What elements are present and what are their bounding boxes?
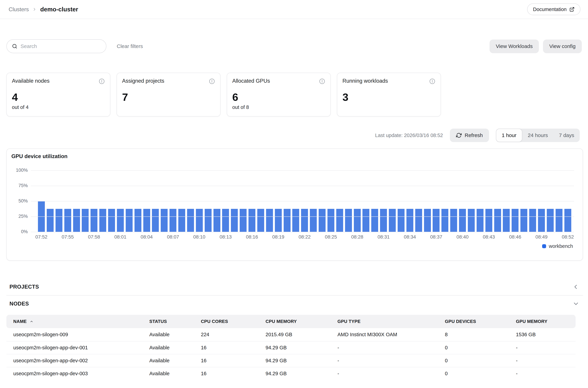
chart-bar — [521, 209, 527, 232]
chart-bar — [406, 209, 413, 232]
y-axis-tick-label: 100% — [7, 168, 28, 173]
table-row[interactable]: useocpm2m-silogen-app-dev-002Available16… — [6, 354, 576, 367]
chart-bar — [73, 209, 80, 232]
view-workloads-button[interactable]: View Workloads — [490, 40, 539, 53]
chart-bar — [547, 209, 554, 232]
card-assigned-projects: Assigned projects 7 — [117, 73, 220, 117]
legend-label: workbench — [549, 243, 573, 249]
chevron-down-icon — [572, 300, 579, 307]
card-allocated-gpus: Allocated GPUs 6 out of 8 — [227, 73, 331, 117]
chart-bar — [143, 209, 150, 232]
documentation-button[interactable]: Documentation — [527, 3, 580, 15]
column-header-gpu-memory[interactable]: GPU MEMORY — [516, 319, 576, 324]
chart-bar — [117, 209, 124, 232]
x-axis-tick-label: 08:16 — [246, 234, 258, 240]
refresh-row: Last update: 2026/03/16 08:52 Refresh 1 … — [6, 129, 580, 142]
chart-bar — [257, 209, 264, 232]
y-axis-tick-label: 50% — [7, 198, 28, 204]
column-header-name[interactable]: NAME — [13, 319, 149, 324]
table-cell: 0 — [445, 358, 516, 364]
chart-bar — [415, 209, 422, 232]
range-tab-24-hours[interactable]: 24 hours — [522, 129, 553, 142]
filters-toolbar: Clear filters View Workloads View config — [6, 39, 582, 53]
nodes-table-header: NAME STATUS CPU CORES CPU MEMORY GPU TYP… — [6, 315, 576, 328]
table-row[interactable]: useocpm2m-silogen-app-dev-003Available16… — [6, 367, 576, 380]
table-cell: 94.29 GB — [265, 371, 337, 376]
breadcrumb-clusters-link[interactable]: Clusters — [9, 6, 29, 13]
nodes-table: NAME STATUS CPU CORES CPU MEMORY GPU TYP… — [6, 315, 576, 380]
section-header-projects[interactable]: PROJECTS — [6, 279, 580, 295]
refresh-button[interactable]: Refresh — [450, 129, 489, 142]
column-header-status[interactable]: STATUS — [149, 319, 201, 324]
card-value: 6 — [232, 91, 238, 103]
table-cell: - — [516, 345, 576, 351]
table-cell: useocpm2m-silogen-app-dev-001 — [13, 345, 149, 351]
view-config-button[interactable]: View config — [543, 40, 582, 53]
table-row[interactable]: useocpm2m-silogen-app-dev-001Available16… — [6, 341, 576, 354]
chart-gridline — [31, 232, 574, 232]
chart-bar — [161, 209, 168, 232]
section-header-nodes[interactable]: NODES — [6, 295, 580, 312]
stat-cards-row: Available nodes 4 out of 4 Assigned proj… — [6, 73, 582, 117]
chart-bar — [380, 209, 387, 232]
info-icon[interactable] — [319, 78, 325, 84]
column-header-gpu-type[interactable]: GPU TYPE — [337, 319, 445, 324]
chart-bar — [477, 209, 483, 232]
refresh-button-label: Refresh — [465, 132, 483, 138]
refresh-icon — [456, 133, 462, 138]
chart-bar — [222, 209, 229, 232]
x-axis-tick-label: 08:34 — [404, 234, 416, 240]
chart-legend[interactable]: workbench — [542, 243, 573, 249]
info-icon[interactable] — [429, 78, 436, 84]
search-icon — [12, 44, 17, 49]
y-axis-tick-label: 25% — [7, 214, 28, 219]
chart-gridline — [31, 217, 574, 217]
chart-bar — [284, 209, 291, 232]
info-icon[interactable] — [209, 78, 215, 84]
card-running-workloads: Running workloads 3 — [337, 73, 441, 117]
gpu-utilization-chart-card: GPU device utilization workbench 100%75%… — [6, 148, 583, 261]
y-axis-tick-label: 75% — [7, 183, 28, 188]
search-input[interactable] — [21, 43, 101, 49]
table-cell: 0 — [445, 371, 516, 376]
card-value: 3 — [343, 91, 348, 103]
column-header-cpu-memory[interactable]: CPU MEMORY — [265, 319, 337, 324]
table-row[interactable]: useocpm2m-silogen-009Available2242015.49… — [6, 328, 576, 341]
search-box[interactable] — [6, 39, 106, 53]
range-tab-7-days[interactable]: 7 days — [553, 129, 580, 142]
chart-bar — [134, 209, 141, 232]
chart-bar — [231, 209, 238, 232]
column-header-gpu-devices[interactable]: GPU DEVICES — [445, 319, 516, 324]
chart-bar — [170, 209, 176, 232]
column-header-cpu-cores[interactable]: CPU CORES — [201, 319, 265, 324]
chart-bar — [512, 209, 519, 232]
chart-bar — [433, 209, 439, 232]
range-tab-1-hour[interactable]: 1 hour — [496, 129, 522, 142]
chart-gridline — [31, 186, 574, 186]
x-axis-tick-label: 08:04 — [141, 234, 153, 240]
card-available-nodes: Available nodes 4 out of 4 — [6, 73, 110, 117]
chart-bar — [82, 209, 89, 232]
table-cell: 8 — [445, 332, 516, 338]
table-cell: useocpm2m-silogen-app-dev-003 — [13, 371, 149, 376]
chart-bar — [214, 209, 220, 232]
chart-bar — [266, 209, 273, 232]
card-subtext: out of 8 — [232, 104, 249, 110]
table-cell: AMD Instinct MI300X OAM — [337, 332, 445, 338]
table-cell: 16 — [201, 345, 265, 351]
chart-bar — [529, 209, 536, 232]
x-axis-tick-label: 07:52 — [35, 234, 47, 240]
chart-bar — [459, 209, 466, 232]
x-axis-tick-label: 08:43 — [483, 234, 495, 240]
clear-filters-link[interactable]: Clear filters — [117, 43, 143, 49]
chart-bar — [503, 209, 510, 232]
chart-bar — [56, 209, 63, 232]
x-axis-tick-label: 08:49 — [535, 234, 547, 240]
table-cell: - — [516, 371, 576, 376]
legend-swatch-workbench — [542, 244, 546, 248]
chart-bar — [564, 209, 571, 232]
nodes-section-title: NODES — [6, 301, 29, 307]
x-axis-tick-label: 08:19 — [272, 234, 284, 240]
info-icon[interactable] — [99, 78, 105, 84]
chart-gridline — [31, 170, 574, 171]
